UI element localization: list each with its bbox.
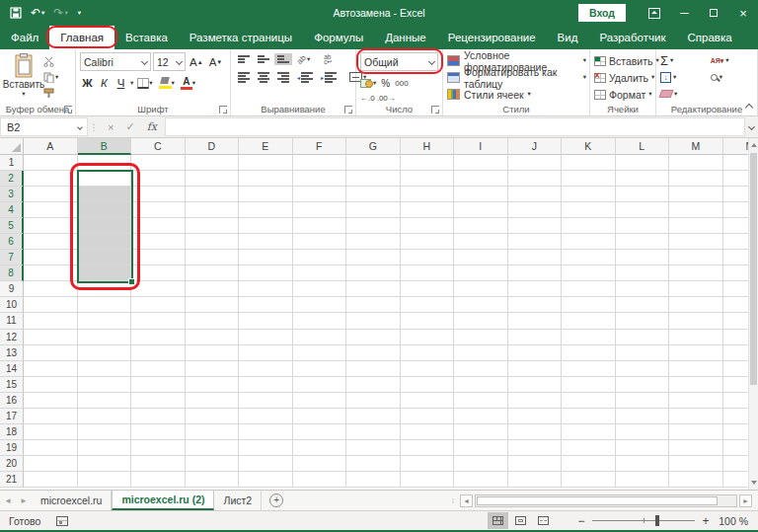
cell-K9[interactable] (562, 281, 616, 297)
tab-home[interactable]: Главная (49, 26, 114, 49)
cell-D12[interactable] (186, 330, 240, 345)
cell-G1[interactable] (346, 155, 401, 171)
view-page-break-button[interactable] (533, 512, 554, 529)
cell-I9[interactable] (454, 281, 508, 297)
cell-A13[interactable] (24, 345, 78, 361)
cell-H3[interactable] (401, 187, 455, 202)
sheet-tab-3[interactable]: Лист2 (214, 491, 262, 510)
formula-bar-splitter[interactable]: ⋮ (88, 116, 100, 137)
font-color-dropdown-icon[interactable]: ▾ (192, 80, 195, 87)
align-bottom-button[interactable] (274, 53, 292, 65)
cell-C21[interactable] (131, 472, 186, 488)
row-header-9[interactable]: 9 (0, 281, 24, 297)
cell-D10[interactable] (186, 297, 240, 313)
formula-input[interactable] (165, 117, 745, 136)
cell-H10[interactable] (401, 297, 455, 313)
cell-E14[interactable] (239, 361, 293, 377)
cell-F2[interactable] (293, 171, 347, 187)
redo-dropdown-icon[interactable]: ▾ (64, 10, 67, 17)
cell-I12[interactable] (454, 330, 508, 345)
cell-J14[interactable] (508, 361, 563, 377)
cell-L10[interactable] (616, 297, 670, 313)
scrollbar-resize-handle[interactable]: ⁞ (452, 496, 455, 505)
save-icon[interactable] (10, 7, 22, 19)
cell-C13[interactable] (131, 345, 186, 361)
cell-C17[interactable] (131, 409, 186, 424)
cell-K16[interactable] (562, 393, 616, 409)
cell-G11[interactable] (346, 313, 401, 329)
align-center-button[interactable] (255, 70, 272, 85)
cell-E5[interactable] (239, 218, 293, 234)
cell-L12[interactable] (616, 330, 670, 345)
underline-button[interactable]: Ч (114, 74, 128, 92)
tab-formulas[interactable]: Формулы (303, 26, 374, 49)
zoom-slider-thumb[interactable] (655, 515, 659, 526)
cell-B16[interactable] (78, 393, 132, 409)
cell-K14[interactable] (562, 361, 616, 377)
row-header-5[interactable]: 5 (0, 218, 24, 234)
font-name-chevron-icon[interactable] (141, 58, 148, 65)
cell-A2[interactable] (24, 171, 78, 187)
cell-L18[interactable] (616, 424, 670, 440)
cell-M13[interactable] (669, 345, 723, 361)
delete-cells-dropdown-icon[interactable]: ▾ (651, 74, 654, 81)
borders-button[interactable]: ▾ (135, 74, 154, 92)
cell-K21[interactable] (562, 472, 616, 488)
cell-N9[interactable] (723, 281, 749, 297)
cell-M18[interactable] (669, 424, 723, 440)
cell-C9[interactable] (131, 281, 186, 297)
cell-E3[interactable] (239, 187, 293, 202)
row-header-1[interactable]: 1 (0, 155, 24, 171)
accounting-dropdown-icon[interactable]: ▾ (373, 80, 376, 87)
confirm-entry-icon[interactable]: ✓ (125, 120, 134, 133)
cell-M1[interactable] (669, 155, 723, 171)
column-header-G[interactable]: G (346, 138, 401, 155)
cell-N8[interactable] (723, 266, 749, 281)
cell-H4[interactable] (401, 202, 455, 218)
percent-style-button[interactable]: % (378, 74, 393, 92)
cell-C8[interactable] (131, 266, 186, 281)
cell-I19[interactable] (454, 440, 508, 456)
cell-B9[interactable] (78, 281, 132, 297)
cell-A16[interactable] (24, 393, 78, 409)
cell-J17[interactable] (508, 409, 563, 424)
cell-M8[interactable] (669, 266, 723, 281)
insert-cells-button[interactable]: Вставить ▾ (594, 52, 652, 69)
cell-A18[interactable] (24, 424, 78, 440)
cell-D1[interactable] (186, 155, 240, 171)
cell-L14[interactable] (616, 361, 670, 377)
cell-F12[interactable] (293, 330, 347, 345)
cell-H5[interactable] (401, 218, 455, 234)
tab-data[interactable]: Данные (374, 26, 437, 49)
cell-A12[interactable] (24, 330, 78, 345)
row-header-16[interactable]: 16 (0, 393, 24, 409)
cell-A15[interactable] (24, 377, 78, 393)
row-header-7[interactable]: 7 (0, 250, 24, 266)
cell-E17[interactable] (239, 409, 293, 424)
row-header-12[interactable]: 12 (0, 330, 24, 345)
increase-font-icon[interactable]: A▲ (188, 53, 205, 71)
column-header-I[interactable]: I (454, 138, 508, 155)
hscroll-right-icon[interactable]: ► (739, 494, 752, 507)
cell-A3[interactable] (24, 187, 78, 202)
cell-F11[interactable] (293, 313, 347, 329)
cell-H6[interactable] (401, 234, 455, 250)
sort-filter-button[interactable]: АЯ▾▾ (711, 52, 754, 68)
cell-J9[interactable] (508, 281, 563, 297)
cell-E15[interactable] (239, 377, 293, 393)
cell-J10[interactable] (508, 297, 563, 313)
cell-D13[interactable] (186, 345, 240, 361)
cell-K7[interactable] (562, 250, 616, 266)
fill-dropdown-icon[interactable]: ▾ (673, 74, 676, 81)
cell-N10[interactable] (723, 297, 749, 313)
column-header-H[interactable]: H (401, 138, 455, 155)
cell-A17[interactable] (24, 409, 78, 424)
cell-K19[interactable] (562, 440, 616, 456)
cell-H8[interactable] (401, 266, 455, 281)
cell-F19[interactable] (293, 440, 347, 456)
cell-J6[interactable] (508, 234, 563, 250)
cell-G15[interactable] (346, 377, 401, 393)
clear-dropdown-icon[interactable]: ▾ (674, 91, 677, 98)
cell-H21[interactable] (401, 472, 455, 488)
column-header-F[interactable]: F (293, 138, 347, 155)
